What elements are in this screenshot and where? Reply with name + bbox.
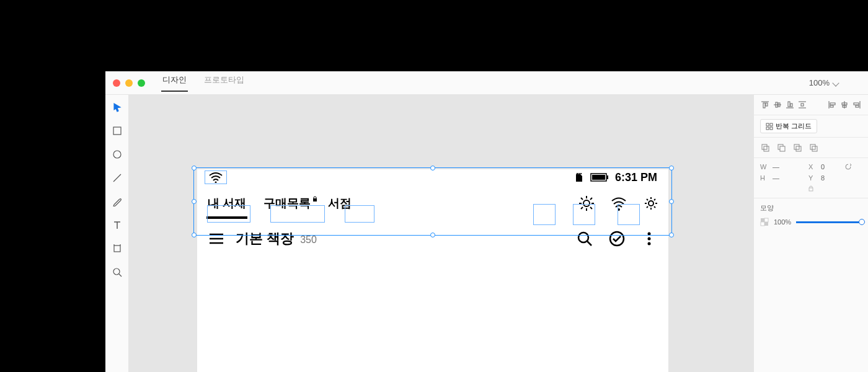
tab-prototype[interactable]: 프로토타입 <box>203 74 246 92</box>
resize-handle[interactable] <box>192 199 197 204</box>
svg-rect-70 <box>809 188 813 191</box>
tab-library[interactable]: 내 서재 <box>206 193 247 214</box>
svg-rect-71 <box>761 218 764 222</box>
boolean-exclude-icon[interactable] <box>808 143 818 153</box>
search-icon[interactable] <box>577 231 593 247</box>
resize-handle[interactable] <box>192 232 197 237</box>
artboard[interactable]: 6:31 PM 내 서재 구매목록 서점 <box>197 169 668 372</box>
resize-handle[interactable] <box>669 232 674 237</box>
svg-rect-62 <box>762 144 767 149</box>
artboard-tool[interactable] <box>112 244 122 254</box>
status-time: 6:31 PM <box>615 171 657 184</box>
transform-section: W — X 0 H — Y 8 <box>754 157 868 198</box>
lock-icon <box>312 192 318 198</box>
close-window-button[interactable] <box>113 79 120 87</box>
check-circle-icon[interactable] <box>609 231 625 247</box>
tab-purchases[interactable]: 구매목록 <box>262 193 312 214</box>
bookshelf-title: 기본 책장 <box>236 229 294 248</box>
svg-line-3 <box>113 174 121 182</box>
align-left-icon[interactable] <box>827 100 837 110</box>
svg-rect-73 <box>764 218 768 222</box>
svg-rect-67 <box>796 146 801 151</box>
mockup-toolbar: 기본 책장 350 <box>197 221 668 256</box>
svg-rect-72 <box>764 222 768 226</box>
svg-rect-39 <box>766 103 768 106</box>
y-label: Y <box>808 174 816 182</box>
boolean-intersect-icon[interactable] <box>792 143 802 153</box>
x-value[interactable]: 0 <box>821 163 839 170</box>
svg-rect-14 <box>592 175 605 180</box>
repeat-grid-button[interactable]: 반복 그리드 <box>760 119 817 133</box>
canvas[interactable]: 6:31 PM 내 서재 구매목록 서점 <box>129 95 753 372</box>
slider-thumb[interactable] <box>859 219 865 225</box>
opacity-value[interactable]: 100% <box>774 218 791 226</box>
titlebar-right: 100% <box>809 78 861 87</box>
svg-rect-10 <box>577 173 578 174</box>
line-tool[interactable] <box>112 173 122 183</box>
rotate-icon[interactable] <box>844 163 852 170</box>
svg-rect-74 <box>761 222 764 226</box>
svg-rect-65 <box>780 146 785 151</box>
zoom-value: 100% <box>809 78 830 87</box>
resize-handle[interactable] <box>192 166 197 170</box>
lock-aspect-icon[interactable] <box>808 185 814 192</box>
svg-rect-45 <box>790 104 792 107</box>
align-hcenter-icon[interactable] <box>839 100 849 110</box>
traffic-lights <box>113 79 145 87</box>
boolean-subtract-icon[interactable] <box>776 143 786 153</box>
svg-rect-58 <box>766 123 769 126</box>
hamburger-icon[interactable] <box>208 232 224 245</box>
svg-rect-60 <box>766 127 769 130</box>
tab-store[interactable]: 서점 <box>327 193 353 214</box>
brightness-icon[interactable] <box>578 195 595 211</box>
svg-rect-50 <box>830 103 835 105</box>
svg-rect-59 <box>770 123 773 126</box>
tab-design[interactable]: 디자인 <box>161 74 188 92</box>
more-vert-icon[interactable] <box>641 231 657 247</box>
gear-icon[interactable] <box>643 195 659 211</box>
align-vcenter-icon[interactable] <box>773 100 782 110</box>
tab-purchases-label: 구매목록 <box>264 197 311 210</box>
width-value[interactable]: — <box>773 163 804 170</box>
svg-rect-11 <box>578 173 580 174</box>
mode-tabs: 디자인 프로토타입 <box>161 74 246 92</box>
select-tool[interactable] <box>112 102 122 112</box>
svg-rect-61 <box>770 127 773 130</box>
align-top-icon[interactable] <box>760 100 770 110</box>
y-value[interactable]: 8 <box>821 174 825 182</box>
opacity-slider[interactable] <box>796 221 862 223</box>
height-label: H <box>760 174 768 182</box>
repeat-grid-label: 반복 그리드 <box>776 122 812 131</box>
svg-point-27 <box>649 201 653 206</box>
wifi-settings-icon[interactable] <box>611 195 627 211</box>
appearance-header: 모양 <box>760 203 862 213</box>
align-bottom-icon[interactable] <box>785 100 795 110</box>
zoom-tool[interactable] <box>112 267 122 277</box>
x-label: X <box>808 163 816 170</box>
svg-rect-68 <box>810 144 815 149</box>
svg-line-24 <box>590 198 592 200</box>
minimize-window-button[interactable] <box>125 79 133 87</box>
svg-rect-48 <box>801 104 804 106</box>
svg-rect-63 <box>764 146 769 151</box>
titlebar: 디자인 프로토타입 100% <box>105 71 868 95</box>
zoom-select[interactable]: 100% <box>809 78 838 87</box>
svg-point-7 <box>113 268 120 275</box>
text-tool[interactable] <box>112 220 122 230</box>
resize-handle[interactable] <box>669 166 674 170</box>
zoom-window-button[interactable] <box>138 79 145 87</box>
pen-tool[interactable] <box>112 197 122 206</box>
bookshelf-count: 350 <box>300 234 317 246</box>
resize-handle[interactable] <box>669 199 674 204</box>
appearance-section: 모양 100% <box>754 198 868 231</box>
height-value[interactable]: — <box>773 174 804 182</box>
svg-point-36 <box>648 242 651 246</box>
svg-line-25 <box>581 207 583 209</box>
distribute-v-icon[interactable] <box>797 100 807 110</box>
boolean-union-icon[interactable] <box>760 143 770 153</box>
align-right-icon[interactable] <box>852 100 862 110</box>
rectangle-tool[interactable] <box>112 126 122 136</box>
svg-rect-66 <box>794 144 799 149</box>
ellipse-tool[interactable] <box>112 149 122 159</box>
svg-rect-51 <box>830 105 833 107</box>
